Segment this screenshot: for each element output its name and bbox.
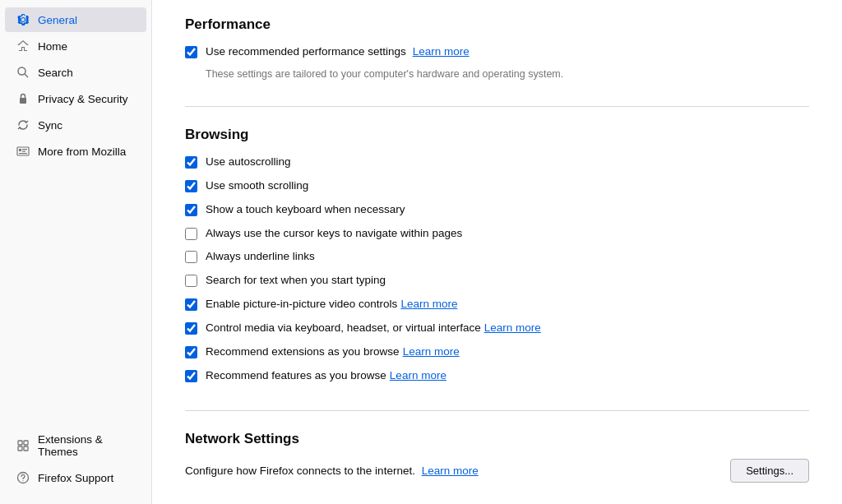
search-icon <box>16 66 30 79</box>
browsing-option-row: Recommend features as you browseLearn mo… <box>185 368 809 384</box>
browsing-option-checkbox-search-text[interactable] <box>185 275 197 287</box>
sidebar-item-home-label: Home <box>38 40 67 53</box>
sidebar-item-support[interactable]: Firefox Support <box>5 465 146 490</box>
browsing-option-label-autoscroll[interactable]: Use autoscrolling <box>206 155 291 170</box>
browsing-option-row: Search for text when you start typing <box>185 273 809 289</box>
network-learn-more-link[interactable]: Learn more <box>422 465 479 477</box>
network-description: Configure how Firefox connects to the in… <box>185 465 479 477</box>
browsing-option-checkbox-recommend-ext[interactable] <box>185 346 197 358</box>
svg-point-13 <box>22 480 23 481</box>
sidebar-item-privacy[interactable]: Privacy & Security <box>5 86 146 111</box>
browsing-section: Browsing Use autoscrollingUse smooth scr… <box>185 127 809 384</box>
sidebar-item-search[interactable]: Search <box>5 60 146 85</box>
svg-rect-6 <box>22 151 25 152</box>
svg-rect-5 <box>22 149 27 150</box>
network-row: Configure how Firefox connects to the in… <box>185 459 809 483</box>
browsing-option-row: Always use the cursor keys to navigate w… <box>185 226 809 242</box>
browsing-options-list: Use autoscrollingUse smooth scrollingSho… <box>185 155 809 384</box>
browsing-option-checkbox-touch-keyboard[interactable] <box>185 204 197 216</box>
browsing-option-label-recommend-ext[interactable]: Recommend extensions as you browseLearn … <box>206 344 460 360</box>
sync-icon <box>16 118 30 132</box>
divider-performance-browsing <box>185 106 809 107</box>
browsing-option-row: Show a touch keyboard when necessary <box>185 202 809 218</box>
sidebar-item-mozilla-label: More from Mozilla <box>38 146 126 158</box>
browsing-option-label-pip[interactable]: Enable picture-in-picture video controls… <box>206 297 457 312</box>
network-title: Network Settings <box>185 431 809 447</box>
sidebar-item-home[interactable]: Home <box>5 34 146 58</box>
browsing-option-row: Use smooth scrolling <box>185 178 809 194</box>
browsing-option-label-recommend-features[interactable]: Recommend features as you browseLearn mo… <box>206 368 446 384</box>
svg-rect-7 <box>19 153 27 154</box>
browsing-option-checkbox-media-control[interactable] <box>185 322 197 335</box>
svg-rect-2 <box>20 98 26 104</box>
sidebar-item-general[interactable]: General <box>5 7 146 32</box>
browsing-option-checkbox-smooth-scroll[interactable] <box>185 180 197 192</box>
browsing-option-learn-more-pip[interactable]: Learn more <box>400 298 457 310</box>
home-icon <box>16 39 30 53</box>
network-settings-button[interactable]: Settings... <box>730 459 809 483</box>
lock-icon <box>16 92 30 105</box>
sidebar-item-privacy-label: Privacy & Security <box>38 93 128 105</box>
browsing-option-row: Use autoscrolling <box>185 155 809 170</box>
svg-rect-8 <box>18 441 22 445</box>
gear-icon <box>16 13 30 26</box>
sidebar-bottom: Extensions & Themes Firefox Support <box>0 427 151 497</box>
browsing-option-learn-more-media-control[interactable]: Learn more <box>484 321 541 334</box>
performance-recommended-label[interactable]: Use recommended performance settings Lea… <box>206 44 470 60</box>
sidebar-item-sync[interactable]: Sync <box>5 113 146 137</box>
performance-recommended-row: Use recommended performance settings Lea… <box>185 44 809 60</box>
svg-rect-11 <box>24 446 28 451</box>
sidebar: General Home Search <box>0 0 152 504</box>
svg-rect-9 <box>24 441 28 445</box>
sidebar-top: General Home Search <box>0 7 151 164</box>
browsing-option-checkbox-underline-links[interactable] <box>185 251 197 263</box>
browsing-option-learn-more-recommend-features[interactable]: Learn more <box>390 369 446 381</box>
browsing-option-checkbox-cursor-keys[interactable] <box>185 228 197 240</box>
sidebar-item-extensions[interactable]: Extensions & Themes <box>5 428 146 464</box>
extensions-icon <box>16 439 30 452</box>
performance-recommended-checkbox[interactable] <box>185 46 197 58</box>
performance-section: Performance Use recommended performance … <box>185 16 809 80</box>
mozilla-icon <box>16 145 30 158</box>
browsing-option-row: Enable picture-in-picture video controls… <box>185 297 809 312</box>
browsing-option-checkbox-pip[interactable] <box>185 298 197 311</box>
svg-line-1 <box>25 74 28 77</box>
sidebar-item-general-label: General <box>38 14 77 26</box>
browsing-option-label-search-text[interactable]: Search for text when you start typing <box>206 273 386 289</box>
browsing-option-checkbox-recommend-features[interactable] <box>185 370 197 382</box>
sidebar-item-mozilla[interactable]: More from Mozilla <box>5 139 146 164</box>
sidebar-item-sync-label: Sync <box>38 119 62 132</box>
svg-rect-4 <box>19 149 21 151</box>
browsing-title: Browsing <box>185 127 809 143</box>
browsing-option-learn-more-recommend-ext[interactable]: Learn more <box>403 345 460 358</box>
svg-point-0 <box>18 67 25 75</box>
support-icon <box>16 471 30 484</box>
browsing-option-checkbox-autoscroll[interactable] <box>185 156 197 169</box>
sidebar-item-search-label: Search <box>38 67 73 79</box>
browsing-option-label-media-control[interactable]: Control media via keyboard, headset, or … <box>206 321 541 336</box>
performance-description: These settings are tailored to your comp… <box>206 68 809 80</box>
browsing-option-label-touch-keyboard[interactable]: Show a touch keyboard when necessary <box>206 202 405 218</box>
browsing-option-label-cursor-keys[interactable]: Always use the cursor keys to navigate w… <box>206 226 462 242</box>
browsing-option-row: Recommend extensions as you browseLearn … <box>185 344 809 360</box>
browsing-option-row: Always underline links <box>185 249 809 265</box>
sidebar-item-support-label: Firefox Support <box>38 472 113 484</box>
browsing-option-label-smooth-scroll[interactable]: Use smooth scrolling <box>206 178 308 194</box>
performance-title: Performance <box>185 16 809 33</box>
browsing-option-row: Control media via keyboard, headset, or … <box>185 321 809 336</box>
performance-learn-more-link[interactable]: Learn more <box>413 45 470 58</box>
sidebar-item-extensions-label: Extensions & Themes <box>38 433 135 458</box>
main-content: Performance Use recommended performance … <box>152 0 842 504</box>
network-section: Network Settings Configure how Firefox c… <box>185 431 809 483</box>
browsing-option-label-underline-links[interactable]: Always underline links <box>206 249 315 265</box>
svg-rect-10 <box>18 446 22 451</box>
divider-browsing-network <box>185 410 809 411</box>
